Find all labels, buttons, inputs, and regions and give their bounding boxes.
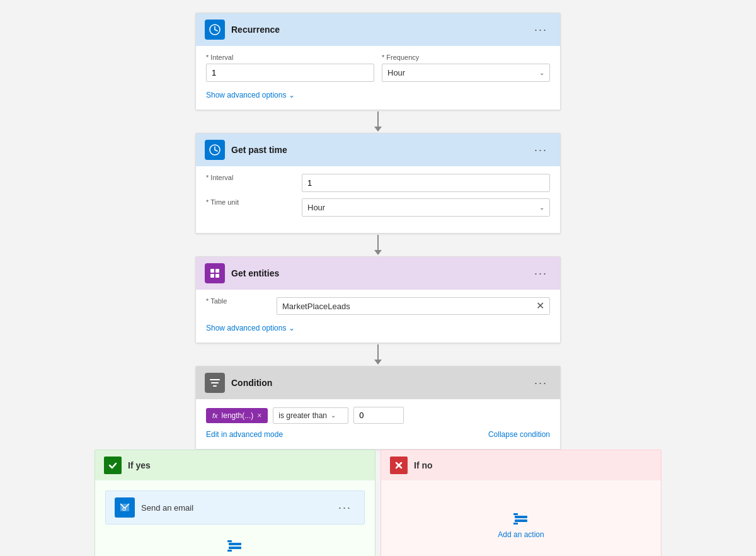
condition-filter-icon — [209, 377, 221, 389]
recurrence-body: * Interval * Frequency Hour ⌄ Show advan… — [196, 46, 560, 110]
chevron-down-icon: ⌄ — [539, 69, 544, 76]
get-entities-header: Get entities ··· — [196, 257, 560, 290]
arrow-3 — [374, 343, 382, 366]
get-entities-table-input-group: MarketPlaceLeads ✕ — [277, 297, 550, 315]
condition-value-input[interactable] — [353, 407, 404, 424]
condition-row: fx length(...) × is greater than ⌄ — [206, 407, 550, 424]
svg-rect-14 — [227, 550, 232, 552]
get-entities-title: Get entities — [231, 268, 530, 278]
if-no-icon — [390, 457, 408, 474]
if-yes-title: If yes — [128, 460, 151, 470]
get-past-interval-input[interactable] — [302, 174, 550, 192]
svg-rect-13 — [227, 540, 232, 542]
svg-rect-2 — [210, 269, 214, 273]
add-action-symbol — [226, 537, 244, 555]
recurrence-frequency-select[interactable]: Hour ⌄ — [382, 64, 550, 82]
svg-rect-5 — [215, 274, 219, 278]
if-yes-add-action-button[interactable]: Add an action — [105, 532, 365, 556]
recurrence-header: Recurrence ··· — [196, 13, 560, 46]
get-past-icon — [205, 140, 225, 160]
add-action-icon-no — [512, 510, 530, 528]
svg-rect-7 — [211, 382, 219, 383]
get-past-body: * Interval * Time unit Hour ⌄ — [196, 166, 560, 233]
get-entities-show-advanced[interactable]: Show advanced options ⌄ — [206, 324, 295, 332]
condition-tag-remove[interactable]: × — [257, 411, 261, 420]
condition-operator-value: is greater than — [278, 411, 327, 420]
get-past-interval-input-group — [302, 174, 550, 192]
if-yes-panel: If yes O Send an email ··· — [94, 450, 375, 556]
svg-rect-20 — [513, 523, 518, 525]
recurrence-form-row: * Interval * Frequency Hour ⌄ — [206, 54, 550, 82]
connector-arrow-3 — [374, 360, 382, 365]
edit-advanced-mode-link[interactable]: Edit in advanced mode — [206, 430, 283, 439]
chevron-down-icon-2: ⌄ — [539, 204, 544, 211]
svg-rect-18 — [515, 519, 527, 522]
clock-icon-2 — [209, 144, 221, 156]
if-yes-icon — [104, 457, 122, 474]
svg-rect-4 — [210, 274, 214, 278]
condition-operator-select[interactable]: is greater than ⌄ — [273, 407, 348, 424]
arrow-1 — [374, 110, 382, 133]
get-entities-table-value: MarketPlaceLeads — [282, 302, 532, 311]
get-past-timeunit-group: * Time unit — [206, 198, 294, 217]
connector-line — [377, 111, 379, 127]
condition-body: fx length(...) × is greater than ⌄ Edit … — [196, 399, 560, 449]
arrow-2 — [374, 234, 382, 256]
get-past-title: Get past time — [231, 145, 530, 155]
clock-icon — [209, 23, 221, 36]
get-entities-table-label: * Table — [206, 297, 269, 305]
split-container: If yes O Send an email ··· — [94, 450, 662, 556]
condition-icon — [205, 373, 225, 393]
svg-rect-8 — [213, 385, 217, 387]
recurrence-show-advanced[interactable]: Show advanced options ⌄ — [206, 91, 295, 99]
recurrence-interval-label: * Interval — [206, 54, 374, 61]
connector-line-3 — [377, 344, 379, 360]
get-past-form-row-1: * Interval — [206, 174, 550, 192]
get-entities-table-input[interactable]: MarketPlaceLeads ✕ — [277, 297, 550, 315]
get-past-timeunit-select-group: Hour ⌄ — [302, 198, 550, 217]
get-entities-table-label-group: * Table — [206, 297, 269, 315]
clear-table-button[interactable]: ✕ — [532, 301, 544, 311]
flow-canvas: Recurrence ··· * Interval * Frequency Ho… — [13, 13, 743, 556]
recurrence-icon — [205, 20, 225, 40]
if-no-body: Add an action — [381, 480, 661, 556]
condition-title: Condition — [231, 378, 530, 388]
outlook-icon: O — [118, 501, 131, 514]
get-past-header: Get past time ··· — [196, 133, 560, 166]
condition-menu[interactable]: ··· — [530, 375, 551, 391]
recurrence-interval-group: * Interval — [206, 54, 374, 82]
recurrence-frequency-value: Hour — [387, 68, 405, 77]
svg-text:O: O — [122, 506, 126, 512]
add-action-icon — [226, 537, 244, 555]
grid-icon — [209, 267, 221, 280]
get-past-timeunit-select[interactable]: Hour ⌄ — [302, 198, 550, 217]
svg-rect-11 — [229, 543, 241, 545]
send-email-menu[interactable]: ··· — [335, 500, 355, 516]
svg-rect-12 — [229, 547, 241, 549]
condition-tag-label: length(...) — [222, 411, 254, 420]
if-yes-header: If yes — [95, 450, 375, 480]
get-entities-menu[interactable]: ··· — [530, 266, 551, 281]
if-no-panel: If no Add an action — [381, 450, 662, 556]
recurrence-interval-input[interactable] — [206, 64, 374, 82]
collapse-condition-link[interactable]: Collapse condition — [488, 430, 550, 439]
if-no-add-action-button[interactable]: Add an action — [493, 505, 549, 544]
connector-arrow-2 — [374, 250, 382, 255]
recurrence-title: Recurrence — [231, 25, 530, 35]
get-past-form-row-2: * Time unit Hour ⌄ — [206, 198, 550, 217]
recurrence-card: Recurrence ··· * Interval * Frequency Ho… — [195, 13, 561, 110]
svg-rect-17 — [515, 516, 527, 518]
get-past-menu[interactable]: ··· — [530, 142, 551, 158]
condition-tag[interactable]: fx length(...) × — [206, 408, 268, 423]
get-past-timeunit-label: * Time unit — [206, 198, 294, 206]
fx-icon: fx — [212, 412, 218, 419]
svg-rect-6 — [210, 379, 220, 380]
get-entities-body: * Table MarketPlaceLeads ✕ Show advanced… — [196, 290, 560, 343]
get-entities-icon — [205, 263, 225, 283]
chevron-down-icon: ⌄ — [289, 91, 295, 99]
if-no-header: If no — [381, 450, 661, 480]
get-entities-card: Get entities ··· * Table MarketPlaceLead… — [195, 256, 561, 343]
get-past-time-card: Get past time ··· * Interval * Time unit… — [195, 133, 561, 234]
recurrence-menu[interactable]: ··· — [530, 22, 551, 38]
svg-rect-19 — [513, 513, 518, 515]
